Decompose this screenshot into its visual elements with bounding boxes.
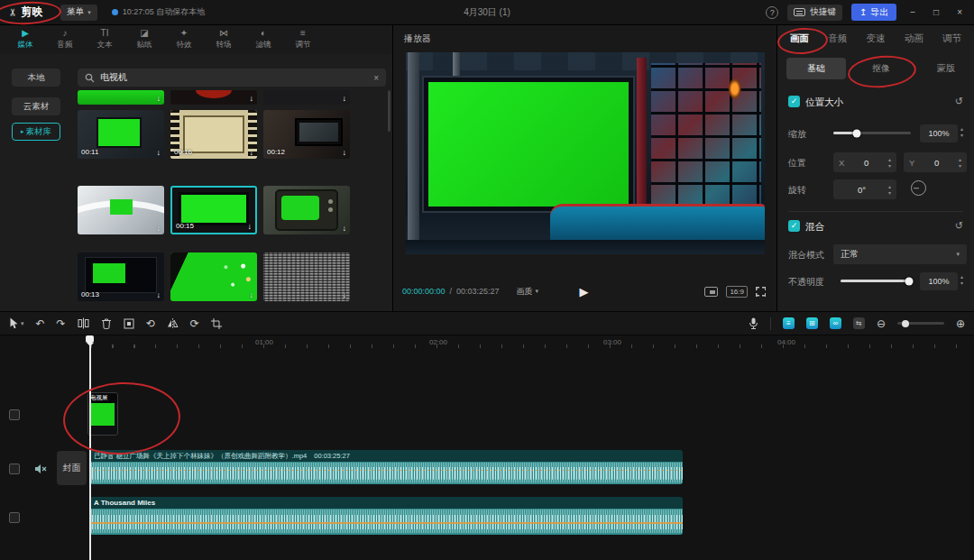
playhead-handle[interactable] [86,335,94,343]
link-toggle[interactable]: ∞ [830,317,841,329]
tab-sticker[interactable]: ◪ 贴纸 [124,25,164,54]
download-icon[interactable]: ↓ [157,290,161,299]
tab-speed[interactable]: 变速 [867,32,886,45]
search-input[interactable]: 电视机 × [78,69,386,87]
tab-filters[interactable]: ◐ 滤镜 [244,25,283,54]
sidebar-item-library[interactable]: ▸ 素材库 [12,123,60,141]
minimize-button[interactable]: − [905,7,920,17]
tab-adjustment[interactable]: 调节 [942,32,961,45]
media-thumbnail[interactable]: ↓ [78,90,164,105]
sidebar-item-local[interactable]: 本地 [12,69,60,87]
media-thumbnail[interactable]: 00:16 ↓ [170,110,257,159]
opacity-stepper[interactable]: ▴ ▾ [960,274,963,286]
play-button[interactable]: ▶ [580,285,589,298]
zoom-slider-knob[interactable] [902,320,909,327]
blend-checkbox[interactable]: ✓ [788,220,800,232]
subtab-mask[interactable]: 蒙版 [916,58,974,79]
stepper-up-icon[interactable]: ▴ [888,157,891,162]
position-x-field[interactable]: X 0 ▴ ▾ [833,152,896,172]
main-track-clip[interactable]: 已静音 糖豆广场舞《天上掉下个林妹妹》（原创戏曲舞蹈附教学）.mp4 00:03… [89,450,683,484]
download-icon[interactable]: ↓ [157,94,161,103]
redo-button[interactable]: ↷ [57,318,66,329]
download-icon[interactable]: ↓ [343,148,347,157]
preview-mode-icon[interactable] [704,287,718,297]
main-track-toggle[interactable] [9,464,20,474]
media-thumbnail[interactable]: ↓ [170,252,257,301]
blend-mode-dropdown[interactable]: 正常 ▾ [833,244,967,264]
stepper-down-icon[interactable]: ▾ [888,190,891,196]
opacity-value[interactable]: 100% [920,272,958,290]
timeline-ruler[interactable]: 01:00 02:00 03:00 04:00 [0,335,974,350]
maximize-button[interactable]: □ [929,7,943,17]
download-icon[interactable]: ↓ [343,94,347,103]
rotation-stepper[interactable]: ▴ ▾ [888,184,891,196]
scale-value[interactable]: 100% [920,124,958,142]
subtab-chroma-key[interactable]: 抠像 [851,58,911,79]
scale-slider[interactable] [833,132,911,134]
auto-snap-toggle[interactable]: ⊞ [806,317,818,329]
clear-search-icon[interactable]: × [373,73,379,83]
video-track-toggle[interactable] [9,409,20,420]
tab-text[interactable]: TI 文本 [85,25,124,54]
subtab-basic[interactable]: 基础 [786,58,846,79]
tab-adjust[interactable]: ≡ 调节 [283,25,323,54]
tab-audio-props[interactable]: 音频 [828,32,847,45]
position-size-checkbox[interactable]: ✓ [788,96,800,107]
scale-stepper[interactable]: ▴ ▾ [960,126,963,138]
media-thumbnail[interactable]: ↓ [78,186,164,234]
download-icon[interactable]: ↓ [250,148,254,157]
overlay-video-clip[interactable]: 电视展 [87,392,118,436]
playhead[interactable] [89,335,91,560]
download-icon[interactable]: ↓ [343,224,347,233]
crop-button[interactable] [211,318,222,329]
reverse-button[interactable]: ⟲ [146,318,155,329]
opacity-slider[interactable] [841,280,909,282]
tab-audio[interactable]: ♪ 音频 [45,25,85,54]
media-thumbnail[interactable]: 00:11 ↓ [78,110,164,159]
media-thumbnail-selected[interactable]: 00:15 ↓ [170,186,257,234]
stepper-up-icon[interactable]: ▴ [959,157,961,162]
download-icon[interactable]: ↓ [250,290,254,299]
media-thumbnail[interactable]: ↓ [263,186,350,234]
undo-button[interactable]: ↶ [36,318,45,329]
main-track-magnet-toggle[interactable]: ≡ [783,317,795,329]
close-button[interactable]: × [952,7,967,17]
stepper-down-icon[interactable]: ▾ [959,163,961,169]
download-icon[interactable]: ↓ [157,224,161,233]
quality-dropdown[interactable]: 画质 ▾ [517,286,539,298]
timeline-zoom-slider[interactable] [897,322,944,325]
music-track-clip[interactable]: A Thousand Miles [89,497,683,535]
sidebar-item-cloud[interactable]: 云素材 [12,97,60,115]
media-thumbnail[interactable]: ↓ [170,90,257,105]
tab-effects[interactable]: ✦ 特效 [164,25,204,54]
stepper-down-icon[interactable]: ▾ [960,280,963,286]
download-icon[interactable]: ↓ [343,290,347,299]
slider-knob[interactable] [852,129,860,137]
download-icon[interactable]: ↓ [250,94,254,103]
stepper-up-icon[interactable]: ▴ [960,274,963,280]
rotation-dial[interactable] [911,180,926,196]
help-icon[interactable]: ? [766,6,778,19]
freeze-frame-button[interactable] [124,318,134,329]
slider-knob[interactable] [905,277,914,285]
media-scrollbar[interactable] [388,90,391,132]
zoom-out-button[interactable]: ⊖ [877,318,886,329]
download-icon[interactable]: ↓ [157,148,161,157]
aspect-ratio-button[interactable]: 16:9 [726,286,748,298]
tab-picture[interactable]: 画面 [790,32,809,45]
mirror-button[interactable] [167,318,179,328]
preview-axis-toggle[interactable]: ⇆ [853,317,865,329]
muted-speaker-icon[interactable] [34,462,47,478]
select-tool-button[interactable]: ▾ [9,317,24,329]
y-stepper[interactable]: ▴ ▾ [959,157,961,169]
tab-media[interactable]: ▶ 媒体 [5,25,45,54]
rotate-button[interactable]: ⟳ [190,318,199,329]
reset-icon[interactable]: ↺ [955,96,963,107]
position-y-field[interactable]: Y 0 ▴ ▾ [904,152,967,172]
export-button[interactable]: ↥ 导出 [851,4,896,21]
rotation-field[interactable]: 0° ▴ ▾ [833,179,896,199]
cover-button[interactable]: 封面 [57,451,87,485]
stepper-up-icon[interactable]: ▴ [888,184,891,189]
stepper-down-icon[interactable]: ▾ [960,133,963,138]
preview-canvas[interactable] [406,52,765,254]
